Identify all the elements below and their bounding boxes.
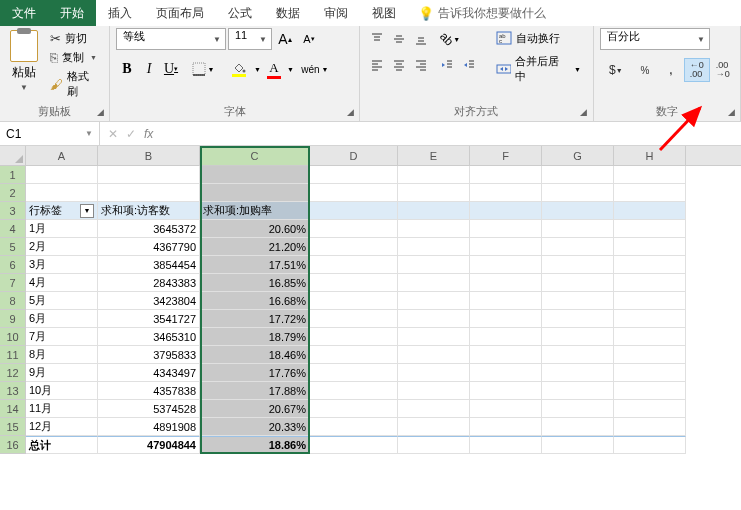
cell[interactable]	[470, 328, 542, 346]
wrap-text-button[interactable]: abc 自动换行	[490, 28, 587, 48]
increase-font-button[interactable]: A▴	[274, 28, 296, 50]
cell[interactable]	[542, 292, 614, 310]
cell[interactable]: 3541727	[98, 310, 200, 328]
cell[interactable]	[614, 364, 686, 382]
row-header[interactable]: 6	[0, 256, 26, 274]
align-bottom-button[interactable]	[410, 28, 432, 50]
tab-data[interactable]: 数据	[264, 0, 312, 26]
cell[interactable]	[310, 220, 398, 238]
cell[interactable]: 12月	[26, 418, 98, 436]
cell[interactable]	[614, 292, 686, 310]
merge-center-button[interactable]: 合并后居中 ▼	[490, 52, 587, 86]
cell[interactable]	[542, 328, 614, 346]
cell[interactable]	[310, 238, 398, 256]
name-box[interactable]: C1 ▼	[0, 122, 100, 145]
percent-button[interactable]: %	[632, 58, 658, 82]
cell[interactable]	[470, 310, 542, 328]
cell[interactable]	[614, 220, 686, 238]
cell[interactable]	[398, 292, 470, 310]
cell[interactable]: 3423804	[98, 292, 200, 310]
cell[interactable]	[470, 166, 542, 184]
cell[interactable]	[470, 202, 542, 220]
cell[interactable]	[614, 418, 686, 436]
orientation-button[interactable]: ab▼	[436, 28, 464, 50]
cell[interactable]	[470, 346, 542, 364]
cell[interactable]	[398, 328, 470, 346]
cell[interactable]	[470, 274, 542, 292]
cell[interactable]	[542, 202, 614, 220]
border-button[interactable]: ▼	[188, 58, 218, 80]
row-header[interactable]: 16	[0, 436, 26, 454]
filter-dropdown-button[interactable]: ▼	[80, 204, 94, 218]
cell[interactable]	[398, 220, 470, 238]
row-header[interactable]: 11	[0, 346, 26, 364]
col-header-f[interactable]: F	[470, 146, 542, 165]
cell[interactable]	[542, 382, 614, 400]
tab-review[interactable]: 审阅	[312, 0, 360, 26]
cell[interactable]	[200, 166, 310, 184]
cell[interactable]	[98, 184, 200, 202]
cell[interactable]: 16.85%	[200, 274, 310, 292]
cell[interactable]: 18.86%	[200, 436, 310, 454]
cell[interactable]: 4月	[26, 274, 98, 292]
cell[interactable]: 16.68%	[200, 292, 310, 310]
paste-button[interactable]: 粘贴 ▼	[6, 28, 42, 94]
row-header[interactable]: 15	[0, 418, 26, 436]
increase-indent-button[interactable]	[458, 54, 480, 76]
row-header[interactable]: 10	[0, 328, 26, 346]
cell[interactable]: 7月	[26, 328, 98, 346]
cell[interactable]	[98, 166, 200, 184]
cell[interactable]: 求和项:加购率	[200, 202, 310, 220]
cell[interactable]: 总计	[26, 436, 98, 454]
cell[interactable]	[398, 238, 470, 256]
align-center-button[interactable]	[388, 54, 410, 76]
cell[interactable]: 20.60%	[200, 220, 310, 238]
align-left-button[interactable]	[366, 54, 388, 76]
cell[interactable]	[310, 202, 398, 220]
row-header[interactable]: 3	[0, 202, 26, 220]
italic-button[interactable]: I	[138, 58, 160, 80]
cell[interactable]	[542, 400, 614, 418]
row-header[interactable]: 14	[0, 400, 26, 418]
cell[interactable]: 求和项:访客数	[98, 202, 200, 220]
cell[interactable]	[398, 400, 470, 418]
row-header[interactable]: 5	[0, 238, 26, 256]
cell[interactable]	[398, 274, 470, 292]
cell[interactable]	[542, 166, 614, 184]
alignment-dialog-launcher[interactable]: ◢	[577, 105, 591, 119]
cell[interactable]	[470, 382, 542, 400]
cell[interactable]	[310, 382, 398, 400]
cell[interactable]: 3645372	[98, 220, 200, 238]
cell[interactable]	[470, 292, 542, 310]
cell[interactable]	[398, 202, 470, 220]
cell[interactable]: 3854454	[98, 256, 200, 274]
cell[interactable]	[542, 274, 614, 292]
cell[interactable]	[542, 256, 614, 274]
row-header[interactable]: 9	[0, 310, 26, 328]
align-top-button[interactable]	[366, 28, 388, 50]
cell[interactable]	[310, 364, 398, 382]
cell[interactable]	[614, 184, 686, 202]
tab-insert[interactable]: 插入	[96, 0, 144, 26]
cell[interactable]: 10月	[26, 382, 98, 400]
formula-input[interactable]	[161, 122, 741, 145]
cell[interactable]	[470, 400, 542, 418]
cell[interactable]	[310, 346, 398, 364]
fx-icon[interactable]: fx	[144, 127, 153, 141]
cell[interactable]: 5月	[26, 292, 98, 310]
cell[interactable]	[398, 166, 470, 184]
tab-page-layout[interactable]: 页面布局	[144, 0, 216, 26]
col-header-a[interactable]: A	[26, 146, 98, 165]
cell[interactable]	[470, 436, 542, 454]
bold-button[interactable]: B	[116, 58, 138, 80]
cell[interactable]	[310, 256, 398, 274]
col-header-b[interactable]: B	[98, 146, 200, 165]
enter-icon[interactable]: ✓	[126, 127, 136, 141]
comma-button[interactable]: ,	[658, 58, 684, 82]
cell[interactable]: 3465310	[98, 328, 200, 346]
accounting-format-button[interactable]: $▼	[600, 58, 632, 82]
cell[interactable]	[310, 400, 398, 418]
row-header[interactable]: 1	[0, 166, 26, 184]
cell[interactable]	[614, 256, 686, 274]
cell[interactable]	[310, 166, 398, 184]
